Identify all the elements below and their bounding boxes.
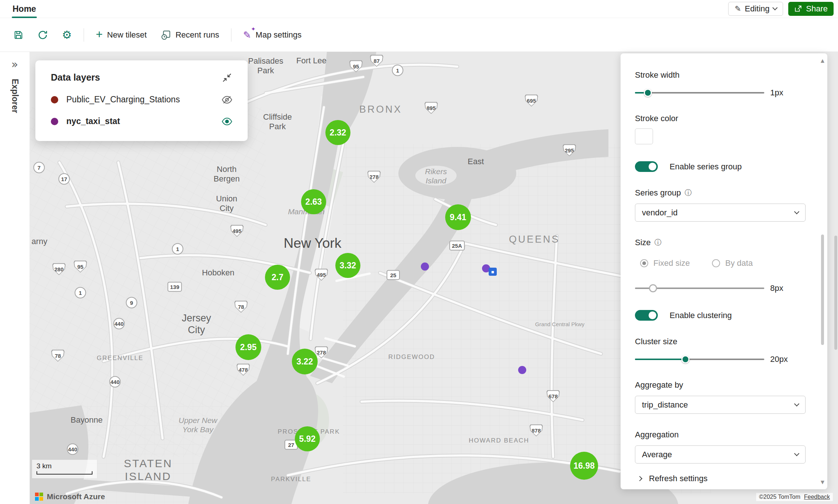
azure-label: Microsoft Azure [47,492,105,501]
map-settings-label: Map settings [256,30,302,40]
window-scrollbar[interactable] [834,236,837,350]
explorer-strip: » Explorer [0,52,30,504]
cluster-bubble[interactable]: 2.7 [265,265,290,290]
aggregate-by-dropdown[interactable]: trip_distance [635,396,806,414]
top-bar: Home ✎ Editing Share [0,0,838,18]
by-data-label: By data [725,258,753,268]
recent-runs-label: Recent runs [175,30,219,40]
layer-settings-panel: Stroke width 1px Stroke color Enable ser… [621,53,827,489]
refresh-button[interactable] [32,25,53,45]
stroke-width-slider[interactable] [635,88,764,97]
data-layers-card: Data layers Public_EV_Charging_Stations … [35,60,248,141]
cluster-size-label: Cluster size [635,337,806,346]
toolbar-divider [231,28,231,42]
save-button[interactable] [8,25,29,45]
scale-label: 3 km [36,462,52,470]
info-icon[interactable]: ⓘ [685,188,692,198]
series-group-dropdown[interactable]: vendor_id [635,204,806,222]
toolbar: ⚙ + New tileset Recent runs ✎✦ Map setti… [0,18,838,52]
stroke-width-value: 1px [770,88,806,98]
cluster-size-value: 20px [770,355,806,364]
size-slider[interactable] [635,284,764,293]
refresh-settings-label: Refresh settings [649,474,708,483]
scrollbar-thumb[interactable] [821,235,824,345]
cluster-bubble[interactable]: 2.63 [301,189,326,214]
layer-row-ev[interactable]: Public_EV_Charging_Stations [51,95,232,105]
layer-dot-ev [51,96,58,103]
aggregation-label: Aggregation [635,430,806,440]
cluster-bubble[interactable]: 2.95 [235,334,261,360]
new-tileset-label: New tileset [107,30,147,40]
scroll-down-icon[interactable]: ▼ [819,479,826,485]
toolbar-divider [84,28,84,42]
share-button[interactable]: Share [788,2,834,16]
aggregate-by-value: trip_distance [642,400,688,410]
layer-name-ev: Public_EV_Charging_Stations [66,95,180,105]
panel-scrollbar[interactable]: ▲ ▼ [819,58,826,485]
topbar-actions: ✎ Editing Share [728,2,834,16]
map-point[interactable] [518,366,526,374]
chevron-down-icon [794,401,799,406]
layer-dot-taxi [51,118,58,125]
stroke-color-swatch[interactable] [635,128,653,144]
fixed-size-label: Fixed size [653,258,690,268]
explorer-label: Explorer [10,79,20,113]
chevron-down-icon [794,451,799,456]
aggregate-by-label: Aggregate by [635,380,806,390]
map-point[interactable] [421,262,429,271]
map-settings-button[interactable]: ✎✦ Map settings [238,25,307,45]
size-label: Size ⓘ [635,238,806,247]
chevron-down-icon [772,5,778,10]
cluster-bubble[interactable]: 3.22 [292,349,318,374]
series-group-toggle-label: Enable series group [670,162,742,172]
chevron-down-icon [794,209,799,214]
microsoft-logo [35,493,43,501]
visibility-off-icon[interactable] [222,95,232,104]
aggregation-dropdown[interactable]: Average [635,445,806,464]
layer-name-taxi: nyc_taxi_stat [66,116,120,126]
stroke-width-label: Stroke width [635,70,806,80]
gear-icon: ⚙ [62,28,72,41]
editing-button[interactable]: ✎ Editing [728,2,783,16]
scroll-up-icon[interactable]: ▲ [819,58,826,63]
refresh-icon [38,30,48,40]
visibility-on-icon[interactable] [222,117,232,126]
share-label: Share [806,4,828,14]
settings-button[interactable]: ⚙ [57,25,77,45]
series-group-toggle[interactable] [635,161,658,172]
recent-runs-icon [161,30,171,40]
cluster-bubble[interactable]: 2.32 [325,120,350,145]
plus-icon: + [96,28,103,40]
clustering-toggle[interactable] [635,310,658,321]
cluster-bubble[interactable]: 16.98 [570,452,598,480]
chevron-right-icon [637,476,642,481]
aggregation-value: Average [642,450,672,459]
info-icon[interactable]: ⓘ [654,238,661,247]
copyright-label: ©2025 TomTom [759,494,800,500]
cluster-bubble[interactable]: 5.92 [295,426,320,451]
cluster-bubble[interactable]: 3.32 [335,253,360,278]
map-copyright: ©2025 TomTom Feedback [756,493,833,501]
scale-bar [36,471,92,475]
cluster-size-slider[interactable] [635,355,764,364]
tab-home-label: Home [13,4,36,14]
data-layers-title: Data layers [51,72,100,83]
size-value: 8px [770,283,806,293]
feedback-link[interactable]: Feedback [804,494,830,500]
transit-icon: ■ [489,268,497,276]
editing-label: Editing [745,4,769,14]
new-tileset-button[interactable]: + New tileset [91,25,152,45]
tab-home[interactable]: Home [10,0,39,18]
expand-pane-icon[interactable]: » [11,58,18,71]
collapse-card-icon[interactable] [222,73,232,83]
clustering-toggle-label: Enable clustering [670,311,732,320]
map-scale: 3 km [32,460,97,478]
recent-runs-button[interactable]: Recent runs [156,25,224,45]
layer-row-taxi[interactable]: nyc_taxi_stat [51,116,232,126]
map-settings-icon: ✎✦ [243,29,251,40]
pencil-icon: ✎ [734,4,741,13]
by-data-radio[interactable] [712,259,720,267]
cluster-bubble[interactable]: 9.41 [445,204,471,230]
refresh-settings-expander[interactable]: Refresh settings [635,474,806,483]
fixed-size-radio[interactable] [640,259,648,267]
